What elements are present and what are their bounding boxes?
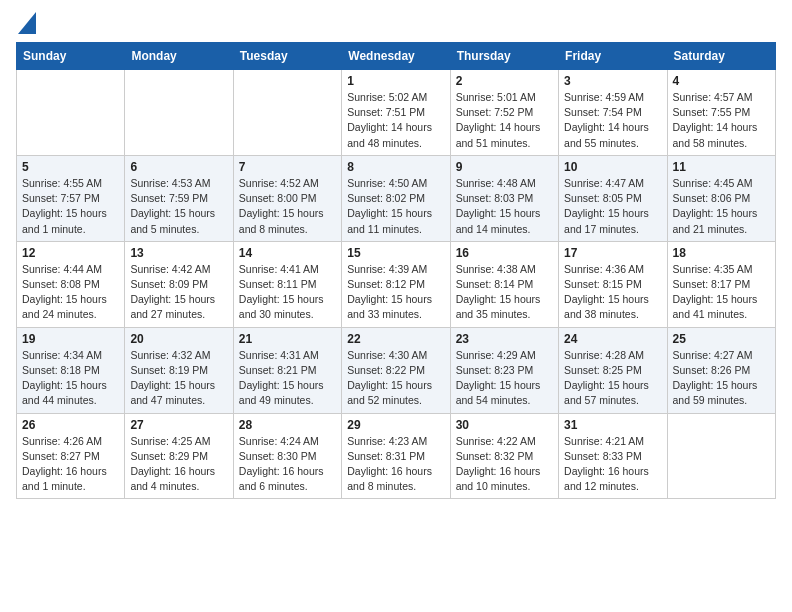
day-cell: 21Sunrise: 4:31 AMSunset: 8:21 PMDayligh… xyxy=(233,327,341,413)
day-cell: 5Sunrise: 4:55 AMSunset: 7:57 PMDaylight… xyxy=(17,155,125,241)
day-cell: 18Sunrise: 4:35 AMSunset: 8:17 PMDayligh… xyxy=(667,241,775,327)
day-number: 6 xyxy=(130,160,227,174)
day-number: 3 xyxy=(564,74,661,88)
day-info: Sunrise: 5:02 AMSunset: 7:51 PMDaylight:… xyxy=(347,90,444,151)
day-number: 31 xyxy=(564,418,661,432)
day-info: Sunrise: 4:28 AMSunset: 8:25 PMDaylight:… xyxy=(564,348,661,409)
day-info: Sunrise: 4:45 AMSunset: 8:06 PMDaylight:… xyxy=(673,176,770,237)
day-cell: 19Sunrise: 4:34 AMSunset: 8:18 PMDayligh… xyxy=(17,327,125,413)
day-number: 2 xyxy=(456,74,553,88)
day-info: Sunrise: 4:57 AMSunset: 7:55 PMDaylight:… xyxy=(673,90,770,151)
day-number: 4 xyxy=(673,74,770,88)
day-cell: 12Sunrise: 4:44 AMSunset: 8:08 PMDayligh… xyxy=(17,241,125,327)
weekday-header-thursday: Thursday xyxy=(450,43,558,70)
day-number: 7 xyxy=(239,160,336,174)
day-cell: 11Sunrise: 4:45 AMSunset: 8:06 PMDayligh… xyxy=(667,155,775,241)
day-number: 10 xyxy=(564,160,661,174)
day-cell: 20Sunrise: 4:32 AMSunset: 8:19 PMDayligh… xyxy=(125,327,233,413)
day-cell: 7Sunrise: 4:52 AMSunset: 8:00 PMDaylight… xyxy=(233,155,341,241)
day-info: Sunrise: 4:29 AMSunset: 8:23 PMDaylight:… xyxy=(456,348,553,409)
svg-marker-0 xyxy=(18,12,36,34)
day-cell: 23Sunrise: 4:29 AMSunset: 8:23 PMDayligh… xyxy=(450,327,558,413)
day-cell: 25Sunrise: 4:27 AMSunset: 8:26 PMDayligh… xyxy=(667,327,775,413)
day-cell xyxy=(233,70,341,156)
day-number: 22 xyxy=(347,332,444,346)
day-number: 26 xyxy=(22,418,119,432)
weekday-header-wednesday: Wednesday xyxy=(342,43,450,70)
day-number: 27 xyxy=(130,418,227,432)
day-cell: 1Sunrise: 5:02 AMSunset: 7:51 PMDaylight… xyxy=(342,70,450,156)
day-cell: 15Sunrise: 4:39 AMSunset: 8:12 PMDayligh… xyxy=(342,241,450,327)
day-info: Sunrise: 4:22 AMSunset: 8:32 PMDaylight:… xyxy=(456,434,553,495)
day-cell: 24Sunrise: 4:28 AMSunset: 8:25 PMDayligh… xyxy=(559,327,667,413)
day-info: Sunrise: 4:34 AMSunset: 8:18 PMDaylight:… xyxy=(22,348,119,409)
day-number: 13 xyxy=(130,246,227,260)
day-cell: 30Sunrise: 4:22 AMSunset: 8:32 PMDayligh… xyxy=(450,413,558,499)
day-number: 15 xyxy=(347,246,444,260)
day-info: Sunrise: 4:53 AMSunset: 7:59 PMDaylight:… xyxy=(130,176,227,237)
day-number: 28 xyxy=(239,418,336,432)
day-cell xyxy=(125,70,233,156)
day-info: Sunrise: 4:55 AMSunset: 7:57 PMDaylight:… xyxy=(22,176,119,237)
day-info: Sunrise: 4:44 AMSunset: 8:08 PMDaylight:… xyxy=(22,262,119,323)
day-number: 9 xyxy=(456,160,553,174)
week-row-3: 12Sunrise: 4:44 AMSunset: 8:08 PMDayligh… xyxy=(17,241,776,327)
day-info: Sunrise: 4:50 AMSunset: 8:02 PMDaylight:… xyxy=(347,176,444,237)
day-cell: 2Sunrise: 5:01 AMSunset: 7:52 PMDaylight… xyxy=(450,70,558,156)
day-info: Sunrise: 4:21 AMSunset: 8:33 PMDaylight:… xyxy=(564,434,661,495)
day-number: 18 xyxy=(673,246,770,260)
weekday-header-tuesday: Tuesday xyxy=(233,43,341,70)
day-info: Sunrise: 4:31 AMSunset: 8:21 PMDaylight:… xyxy=(239,348,336,409)
day-cell xyxy=(17,70,125,156)
weekday-header-monday: Monday xyxy=(125,43,233,70)
day-cell: 26Sunrise: 4:26 AMSunset: 8:27 PMDayligh… xyxy=(17,413,125,499)
day-number: 20 xyxy=(130,332,227,346)
day-cell: 16Sunrise: 4:38 AMSunset: 8:14 PMDayligh… xyxy=(450,241,558,327)
day-info: Sunrise: 4:25 AMSunset: 8:29 PMDaylight:… xyxy=(130,434,227,495)
day-info: Sunrise: 4:36 AMSunset: 8:15 PMDaylight:… xyxy=(564,262,661,323)
day-info: Sunrise: 4:52 AMSunset: 8:00 PMDaylight:… xyxy=(239,176,336,237)
week-row-4: 19Sunrise: 4:34 AMSunset: 8:18 PMDayligh… xyxy=(17,327,776,413)
day-cell: 8Sunrise: 4:50 AMSunset: 8:02 PMDaylight… xyxy=(342,155,450,241)
day-cell: 14Sunrise: 4:41 AMSunset: 8:11 PMDayligh… xyxy=(233,241,341,327)
day-info: Sunrise: 4:27 AMSunset: 8:26 PMDaylight:… xyxy=(673,348,770,409)
weekday-header-saturday: Saturday xyxy=(667,43,775,70)
day-info: Sunrise: 4:30 AMSunset: 8:22 PMDaylight:… xyxy=(347,348,444,409)
weekday-header-friday: Friday xyxy=(559,43,667,70)
day-cell: 3Sunrise: 4:59 AMSunset: 7:54 PMDaylight… xyxy=(559,70,667,156)
day-cell: 10Sunrise: 4:47 AMSunset: 8:05 PMDayligh… xyxy=(559,155,667,241)
day-cell: 4Sunrise: 4:57 AMSunset: 7:55 PMDaylight… xyxy=(667,70,775,156)
day-cell: 13Sunrise: 4:42 AMSunset: 8:09 PMDayligh… xyxy=(125,241,233,327)
day-number: 25 xyxy=(673,332,770,346)
day-info: Sunrise: 4:39 AMSunset: 8:12 PMDaylight:… xyxy=(347,262,444,323)
calendar-table: SundayMondayTuesdayWednesdayThursdayFrid… xyxy=(16,42,776,499)
day-cell: 22Sunrise: 4:30 AMSunset: 8:22 PMDayligh… xyxy=(342,327,450,413)
day-number: 29 xyxy=(347,418,444,432)
day-info: Sunrise: 4:47 AMSunset: 8:05 PMDaylight:… xyxy=(564,176,661,237)
day-cell: 9Sunrise: 4:48 AMSunset: 8:03 PMDaylight… xyxy=(450,155,558,241)
day-number: 23 xyxy=(456,332,553,346)
day-cell: 17Sunrise: 4:36 AMSunset: 8:15 PMDayligh… xyxy=(559,241,667,327)
day-info: Sunrise: 4:23 AMSunset: 8:31 PMDaylight:… xyxy=(347,434,444,495)
day-info: Sunrise: 5:01 AMSunset: 7:52 PMDaylight:… xyxy=(456,90,553,151)
day-number: 17 xyxy=(564,246,661,260)
day-info: Sunrise: 4:35 AMSunset: 8:17 PMDaylight:… xyxy=(673,262,770,323)
week-row-1: 1Sunrise: 5:02 AMSunset: 7:51 PMDaylight… xyxy=(17,70,776,156)
day-info: Sunrise: 4:32 AMSunset: 8:19 PMDaylight:… xyxy=(130,348,227,409)
day-cell xyxy=(667,413,775,499)
day-number: 12 xyxy=(22,246,119,260)
day-number: 30 xyxy=(456,418,553,432)
day-cell: 6Sunrise: 4:53 AMSunset: 7:59 PMDaylight… xyxy=(125,155,233,241)
day-number: 5 xyxy=(22,160,119,174)
day-info: Sunrise: 4:24 AMSunset: 8:30 PMDaylight:… xyxy=(239,434,336,495)
week-row-5: 26Sunrise: 4:26 AMSunset: 8:27 PMDayligh… xyxy=(17,413,776,499)
day-number: 16 xyxy=(456,246,553,260)
day-info: Sunrise: 4:59 AMSunset: 7:54 PMDaylight:… xyxy=(564,90,661,151)
day-number: 1 xyxy=(347,74,444,88)
day-number: 14 xyxy=(239,246,336,260)
page-header xyxy=(16,16,776,30)
day-info: Sunrise: 4:41 AMSunset: 8:11 PMDaylight:… xyxy=(239,262,336,323)
day-number: 19 xyxy=(22,332,119,346)
logo-bird-icon xyxy=(18,12,36,34)
day-info: Sunrise: 4:42 AMSunset: 8:09 PMDaylight:… xyxy=(130,262,227,323)
